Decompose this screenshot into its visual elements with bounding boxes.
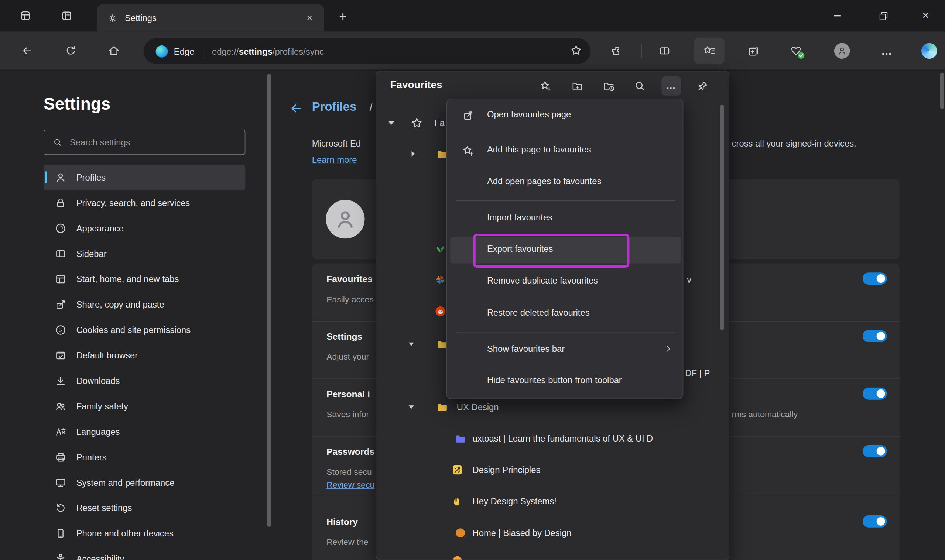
sidebar-item-downloads[interactable]: Downloads <box>43 368 245 394</box>
collections-icon[interactable] <box>741 39 765 63</box>
menu-item-show-favourites-bar[interactable]: Show favourites bar <box>450 337 681 363</box>
sidebar-item-share-copy[interactable]: Share, copy and paste <box>43 292 245 317</box>
learn-more-link[interactable]: Learn more <box>312 155 357 165</box>
lock-icon <box>55 197 67 209</box>
favourite-home-biased[interactable]: Home | Biased by Design <box>472 528 572 537</box>
url-text: edge://settings/profiles/sync <box>212 46 324 56</box>
sidebar-item-appearance[interactable]: Appearance <box>43 215 245 241</box>
favourite-star-icon[interactable] <box>570 44 582 57</box>
toggle-passwords-sync[interactable] <box>863 445 887 457</box>
refresh-button[interactable] <box>59 39 83 63</box>
favourite-hey-design-systems[interactable]: Hey Design Systems! <box>472 497 557 506</box>
menu-item-add-this-page[interactable]: Add this page to favourites <box>450 137 681 164</box>
favourites-more-options-button[interactable]: … <box>662 76 680 95</box>
toggle-settings-sync[interactable] <box>863 330 887 342</box>
breadcrumb-profiles[interactable]: Profiles <box>312 100 356 114</box>
menu-item-hide-favourites-button[interactable]: Hide favourites button from toolbar <box>450 368 681 395</box>
sidebar-item-sidebar[interactable]: Sidebar <box>43 241 245 266</box>
menu-item-open-favourites-page[interactable]: Open favourites page <box>450 102 681 129</box>
sidebar-item-cookies[interactable]: Cookies and site permissions <box>43 317 245 343</box>
toggle-favourites-sync[interactable] <box>863 272 887 285</box>
sidebar-item-default-browser[interactable]: Default browser <box>43 343 245 368</box>
add-tabs-to-folder-icon[interactable] <box>599 76 618 95</box>
row-desc-history: Review the <box>326 537 369 547</box>
sidebar-item-system-performance[interactable]: System and performance <box>43 470 245 495</box>
selected-accent-bar <box>45 171 46 183</box>
minimize-icon <box>834 15 840 16</box>
sidebar-item-start-home[interactable]: Start, home, and new tabs <box>43 266 245 292</box>
maximize-button[interactable] <box>860 0 906 31</box>
search-favourites-icon[interactable] <box>630 76 649 95</box>
vertical-tabs-icon[interactable] <box>56 6 77 25</box>
phone-icon <box>55 528 67 540</box>
favourites-bar-star-icon <box>411 117 423 129</box>
home-button[interactable] <box>102 39 126 63</box>
ux-design-folder-row[interactable] <box>405 401 417 413</box>
copilot-icon[interactable] <box>917 39 942 63</box>
browser-essentials-icon[interactable] <box>784 39 808 63</box>
back-button[interactable] <box>15 39 40 63</box>
favicon-plant[interactable] <box>434 242 446 254</box>
favourite-label-tail-v: v <box>687 275 691 285</box>
submenu-chevron-icon <box>663 344 673 354</box>
favourite-design-principles[interactable]: Design Principles <box>472 465 541 475</box>
menu-item-import-favourites[interactable]: Import favourites <box>450 205 681 232</box>
favourites-scrollbar[interactable] <box>720 105 724 330</box>
profile-avatar[interactable] <box>830 39 854 63</box>
favourites-hub-button[interactable] <box>694 38 725 64</box>
tab-close-icon[interactable]: × <box>302 11 317 25</box>
menu-item-remove-duplicates[interactable]: Remove duplicate favourites <box>450 268 681 295</box>
page-scrollbar[interactable] <box>940 73 944 109</box>
sidebar-item-privacy[interactable]: Privacy, search, and services <box>43 190 245 215</box>
tab-settings[interactable]: Settings × <box>97 4 324 31</box>
favicon-pinwheel[interactable] <box>434 274 446 286</box>
favourites-bar-row[interactable] <box>385 117 397 129</box>
close-button[interactable]: × <box>906 0 945 31</box>
row-desc-personal-info-tail: rms automatically <box>732 409 798 419</box>
workspaces-icon[interactable] <box>14 6 36 25</box>
sidebar-item-phone-devices[interactable]: Phone and other devices <box>43 521 245 546</box>
search-input[interactable] <box>68 137 222 148</box>
new-tab-button[interactable]: + <box>334 8 352 25</box>
sidebar-item-printers[interactable]: Printers <box>43 445 245 470</box>
minimize-button[interactable] <box>814 0 860 31</box>
settings-search-box[interactable] <box>43 129 245 155</box>
menu-separator <box>456 332 676 332</box>
sidebar-item-accessibility[interactable]: Accessibility <box>43 546 245 560</box>
chevron-down-icon <box>405 401 417 413</box>
sidebar-item-family-safety[interactable]: Family safety <box>43 394 245 419</box>
address-bar[interactable]: Edge edge://settings/profiles/sync <box>144 38 591 64</box>
sidebar-scrollbar[interactable] <box>267 74 271 527</box>
collapsed-folder-row[interactable] <box>407 148 419 160</box>
split-screen-icon[interactable] <box>653 39 677 63</box>
review-security-link[interactable]: Review secu <box>326 480 374 489</box>
toggle-personal-info-sync[interactable] <box>863 388 887 400</box>
profiles-icon <box>55 171 67 183</box>
sidebar-item-languages[interactable]: Languages <box>43 419 245 445</box>
sidebar-item-profiles[interactable]: Profiles <box>43 165 245 190</box>
expanded-folder-row[interactable] <box>405 338 417 350</box>
export-favourites-highlight-annotation <box>473 234 629 268</box>
favicon-waving-hand <box>451 495 463 508</box>
toggle-history-sync[interactable] <box>863 515 887 528</box>
languages-icon <box>55 426 67 438</box>
title-bar: Settings × + × <box>0 0 945 31</box>
essentials-check-badge <box>798 52 804 59</box>
add-folder-icon[interactable] <box>568 76 587 95</box>
add-favourite-icon[interactable] <box>536 76 556 95</box>
extensions-icon[interactable] <box>605 39 629 63</box>
folder-icon <box>436 401 448 413</box>
menu-item-add-open-pages[interactable]: Add open pages to favourites <box>450 169 681 195</box>
settings-page-title: Settings <box>43 94 111 114</box>
row-title-settings: Settings <box>326 331 362 342</box>
pin-panel-icon[interactable] <box>693 76 713 95</box>
menu-item-restore-deleted[interactable]: Restore deleted favourites <box>450 300 681 327</box>
ux-design-folder-label[interactable]: UX Design <box>457 402 499 412</box>
breadcrumb-separator: / <box>369 101 372 114</box>
favicon-reddit[interactable] <box>434 305 446 317</box>
settings-and-more-button[interactable]: … <box>875 39 899 63</box>
favourite-uxtoast[interactable]: uxtoast | Learn the fundamentals of UX &… <box>472 434 653 443</box>
breadcrumb-back-button[interactable] <box>289 102 303 118</box>
sidebar-item-reset-settings[interactable]: Reset settings <box>43 495 245 521</box>
settings-gear-icon <box>108 13 117 23</box>
